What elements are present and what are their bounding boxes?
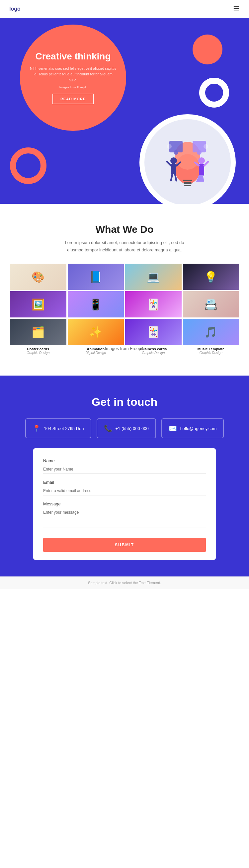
message-label: Message — [43, 501, 206, 506]
whatwedo-section: What We Do Lorem ipsum dolor sit amet, c… — [0, 204, 249, 376]
message-input[interactable] — [43, 508, 206, 528]
portfolio-item[interactable]: 🗂️ Poster cards Graphic Design — [10, 319, 66, 345]
portfolio-thumbnail: 🎵 — [183, 319, 239, 345]
logo: logo — [9, 6, 21, 12]
contact-card-icon: ✉️ — [169, 424, 177, 432]
portfolio-category: Graphic Design — [184, 351, 238, 354]
contact-form: Name Email Message SUBMIT — [33, 448, 216, 560]
portfolio-item[interactable]: 🃏 Business cards Graphic Design — [125, 291, 182, 317]
portfolio-label: Poster cards Graphic Design — [10, 345, 66, 359]
portfolio-category: Graphic Design — [11, 351, 65, 354]
svg-rect-2 — [183, 180, 192, 181]
footer: Sample text. Click to select the Text El… — [0, 577, 249, 589]
portfolio-thumbnail: 🗂️ — [10, 319, 66, 345]
svg-rect-4 — [184, 185, 191, 186]
portfolio-item[interactable]: 📇 Business cards Graphic Design — [183, 291, 239, 317]
hero-ring-red-decoration — [10, 148, 46, 184]
portfolio-grid: 🎨 A Corporate Identity Graphic Design 📘 … — [10, 264, 239, 345]
contact-card-icon: 📞 — [104, 424, 112, 432]
portfolio-label: Music Template Graphic Design — [183, 345, 239, 359]
svg-point-6 — [174, 150, 178, 155]
portfolio-thumbnail: ✨ — [68, 319, 124, 345]
contact-card-text: +1 (555) 000-000 — [116, 426, 149, 431]
footer-text: Sample text. Click to select the Text El… — [88, 581, 161, 585]
portfolio-thumbnail: 🃏 — [125, 319, 182, 345]
contact-card-text: hello@agency.com — [180, 426, 217, 431]
portfolio-thumbnail: 🖼️ — [10, 291, 66, 317]
portfolio-thumbnail: 🃏 — [125, 291, 182, 317]
portfolio-thumbnail: 💡 — [183, 264, 239, 290]
contact-card-text: 104 Street 2765 Don — [44, 426, 84, 431]
svg-point-17 — [198, 157, 205, 164]
submit-button[interactable]: SUBMIT — [43, 538, 206, 552]
email-label: Email — [43, 480, 206, 485]
hero-inner-circle — [145, 119, 231, 204]
svg-line-13 — [167, 162, 171, 166]
message-field-group: Message — [43, 501, 206, 529]
portfolio-thumbnail: 🎨 — [10, 264, 66, 290]
hero-title: Creative thinking — [35, 51, 111, 62]
portfolio-item[interactable]: 🖼️ Flyer design Graphic Design — [10, 291, 66, 317]
svg-point-11 — [170, 157, 177, 164]
portfolio-item[interactable]: 📱 Applications Digital Design — [68, 291, 124, 317]
contact-section: Get in touch 📍 104 Street 2765 Don 📞 +1 … — [0, 376, 249, 577]
name-field-group: Name — [43, 458, 206, 474]
hero-illustration-container — [139, 114, 236, 204]
portfolio-thumbnail: 📱 — [68, 291, 124, 317]
portfolio-item[interactable]: 📘 Brand Campaign Graphic Design — [68, 264, 124, 290]
contact-card-icon: 📍 — [33, 424, 41, 432]
portfolio-item[interactable]: 🎨 A Corporate Identity Graphic Design — [10, 264, 66, 290]
portfolio-item[interactable]: 💡 Lightboxes Graphic Design — [183, 264, 239, 290]
hero-img-credit: Images from Freepik — [59, 86, 87, 89]
email-field-group: Email — [43, 480, 206, 495]
menu-icon[interactable]: ☰ — [233, 5, 240, 13]
svg-rect-3 — [184, 182, 192, 184]
hero-body: Nihh venenatis cras sed felis eget velit… — [30, 66, 116, 83]
portfolio-title: Poster cards — [11, 347, 65, 351]
portfolio-item[interactable]: ✨ Animation Digital Design — [68, 319, 124, 345]
contact-card: ✉️ hello@agency.com — [161, 418, 224, 438]
portfolio-thumbnail: 📘 — [68, 264, 124, 290]
contact-cards: 📍 104 Street 2765 Don 📞 +1 (555) 000-000… — [10, 418, 239, 438]
hero-section: Creative thinking Nihh venenatis cras se… — [0, 18, 249, 204]
name-label: Name — [43, 458, 206, 463]
portfolio-item[interactable]: 💻 Web Design Website Graphic Design — [125, 264, 182, 290]
portfolio-item[interactable]: 🃏 Business cards Graphic Design — [125, 319, 182, 345]
hero-ring-white-decoration — [199, 78, 229, 107]
email-input[interactable] — [43, 487, 206, 495]
navbar: logo ☰ — [0, 0, 249, 18]
contact-title: Get in touch — [10, 396, 239, 408]
svg-line-15 — [171, 174, 172, 181]
name-input[interactable] — [43, 465, 206, 474]
read-more-button[interactable]: READ MORE — [53, 94, 94, 104]
contact-card: 📍 104 Street 2765 Don — [25, 418, 91, 438]
portfolio-title: Music Template — [184, 347, 238, 351]
whatwedo-title: What We Do — [10, 224, 239, 235]
svg-point-7 — [167, 144, 172, 149]
svg-point-10 — [204, 144, 208, 149]
contact-card: 📞 +1 (555) 000-000 — [97, 418, 156, 438]
portfolio-item[interactable]: 🎵 Music Template Graphic Design — [183, 319, 239, 345]
portfolio-thumbnail: 📇 — [183, 291, 239, 317]
hero-main-circle: Creative thinking Nihh venenatis cras se… — [20, 25, 126, 131]
svg-line-20 — [204, 162, 208, 166]
hero-dot-decoration — [192, 34, 222, 64]
whatwedo-subtitle: Lorem ipsum dolor sit amet, consectetur … — [65, 239, 184, 254]
svg-point-9 — [197, 150, 201, 155]
portfolio-thumbnail: 💻 — [125, 264, 182, 290]
